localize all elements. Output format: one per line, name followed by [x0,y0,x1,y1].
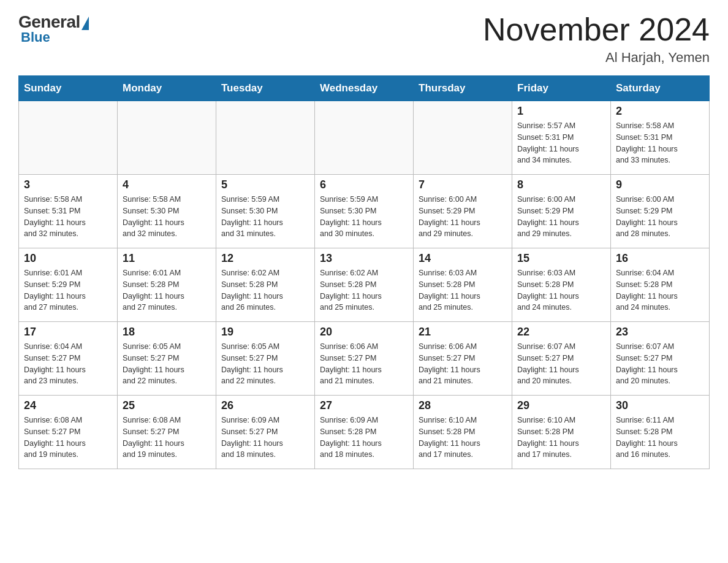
day-info: Sunrise: 5:57 AM Sunset: 5:31 PM Dayligh… [517,120,605,166]
day-info: Sunrise: 6:01 AM Sunset: 5:28 PM Dayligh… [123,267,211,313]
day-info: Sunrise: 6:00 AM Sunset: 5:29 PM Dayligh… [419,194,507,240]
calendar-cell: 25Sunrise: 6:08 AM Sunset: 5:27 PM Dayli… [118,396,216,469]
day-info: Sunrise: 6:02 AM Sunset: 5:28 PM Dayligh… [221,267,309,313]
day-number: 21 [419,326,507,339]
calendar-cell: 30Sunrise: 6:11 AM Sunset: 5:28 PM Dayli… [611,396,710,469]
logo: General Blue [18,12,89,45]
day-info: Sunrise: 5:58 AM Sunset: 5:30 PM Dayligh… [123,194,211,240]
calendar-cell: 12Sunrise: 6:02 AM Sunset: 5:28 PM Dayli… [216,248,315,322]
day-number: 28 [419,399,507,412]
day-number: 13 [320,252,408,265]
week-row-5: 24Sunrise: 6:08 AM Sunset: 5:27 PM Dayli… [19,396,710,469]
day-info: Sunrise: 6:04 AM Sunset: 5:28 PM Dayligh… [616,267,704,313]
weekday-header-sunday: Sunday [19,76,118,101]
calendar-cell: 29Sunrise: 6:10 AM Sunset: 5:28 PM Dayli… [512,396,611,469]
title-section: November 2024 Al Harjah, Yemen [483,12,710,66]
day-info: Sunrise: 5:58 AM Sunset: 5:31 PM Dayligh… [616,120,704,166]
page-header: General Blue November 2024 Al Harjah, Ye… [18,12,710,66]
calendar-cell: 13Sunrise: 6:02 AM Sunset: 5:28 PM Dayli… [315,248,414,322]
day-info: Sunrise: 6:09 AM Sunset: 5:28 PM Dayligh… [320,415,408,461]
calendar-cell: 27Sunrise: 6:09 AM Sunset: 5:28 PM Dayli… [315,396,414,469]
day-info: Sunrise: 6:11 AM Sunset: 5:28 PM Dayligh… [616,415,704,461]
day-number: 10 [24,252,112,265]
calendar-subtitle: Al Harjah, Yemen [483,50,710,66]
calendar-title: November 2024 [483,12,710,47]
week-row-3: 10Sunrise: 6:01 AM Sunset: 5:29 PM Dayli… [19,248,710,322]
day-number: 23 [616,326,704,339]
day-number: 24 [24,399,112,412]
day-info: Sunrise: 5:59 AM Sunset: 5:30 PM Dayligh… [221,194,309,240]
day-info: Sunrise: 6:07 AM Sunset: 5:27 PM Dayligh… [517,341,605,387]
day-info: Sunrise: 6:02 AM Sunset: 5:28 PM Dayligh… [320,267,408,313]
calendar-cell: 3Sunrise: 5:58 AM Sunset: 5:31 PM Daylig… [19,175,118,248]
day-info: Sunrise: 6:01 AM Sunset: 5:29 PM Dayligh… [24,267,112,313]
day-number: 11 [123,252,211,265]
calendar-cell [19,101,118,175]
calendar-cell: 20Sunrise: 6:06 AM Sunset: 5:27 PM Dayli… [315,322,414,396]
day-number: 27 [320,399,408,412]
day-info: Sunrise: 6:00 AM Sunset: 5:29 PM Dayligh… [616,194,704,240]
weekday-header-wednesday: Wednesday [315,76,414,101]
day-number: 3 [24,178,112,191]
calendar-cell: 19Sunrise: 6:05 AM Sunset: 5:27 PM Dayli… [216,322,315,396]
calendar-cell: 1Sunrise: 5:57 AM Sunset: 5:31 PM Daylig… [512,101,611,175]
calendar-cell: 10Sunrise: 6:01 AM Sunset: 5:29 PM Dayli… [19,248,118,322]
weekday-header-thursday: Thursday [414,76,512,101]
day-number: 2 [616,105,704,118]
weekday-header-monday: Monday [118,76,216,101]
logo-blue-text: Blue [21,29,50,45]
calendar-cell: 22Sunrise: 6:07 AM Sunset: 5:27 PM Dayli… [512,322,611,396]
calendar-cell: 21Sunrise: 6:06 AM Sunset: 5:27 PM Dayli… [414,322,512,396]
calendar-cell: 28Sunrise: 6:10 AM Sunset: 5:28 PM Dayli… [414,396,512,469]
calendar-cell: 6Sunrise: 5:59 AM Sunset: 5:30 PM Daylig… [315,175,414,248]
day-number: 18 [123,326,211,339]
day-number: 7 [419,178,507,191]
day-number: 4 [123,178,211,191]
day-number: 12 [221,252,309,265]
day-info: Sunrise: 6:04 AM Sunset: 5:27 PM Dayligh… [24,341,112,387]
day-number: 20 [320,326,408,339]
calendar-cell: 18Sunrise: 6:05 AM Sunset: 5:27 PM Dayli… [118,322,216,396]
day-info: Sunrise: 6:05 AM Sunset: 5:27 PM Dayligh… [123,341,211,387]
weekday-header-tuesday: Tuesday [216,76,315,101]
day-info: Sunrise: 6:06 AM Sunset: 5:27 PM Dayligh… [320,341,408,387]
week-row-4: 17Sunrise: 6:04 AM Sunset: 5:27 PM Dayli… [19,322,710,396]
day-number: 15 [517,252,605,265]
day-info: Sunrise: 6:10 AM Sunset: 5:28 PM Dayligh… [517,415,605,461]
day-number: 29 [517,399,605,412]
day-info: Sunrise: 6:00 AM Sunset: 5:29 PM Dayligh… [517,194,605,240]
calendar-cell [216,101,315,175]
day-number: 30 [616,399,704,412]
day-info: Sunrise: 6:06 AM Sunset: 5:27 PM Dayligh… [419,341,507,387]
day-number: 22 [517,326,605,339]
day-info: Sunrise: 5:58 AM Sunset: 5:31 PM Dayligh… [24,194,112,240]
calendar-table: SundayMondayTuesdayWednesdayThursdayFrid… [18,75,710,469]
calendar-cell: 17Sunrise: 6:04 AM Sunset: 5:27 PM Dayli… [19,322,118,396]
calendar-cell: 9Sunrise: 6:00 AM Sunset: 5:29 PM Daylig… [611,175,710,248]
day-info: Sunrise: 5:59 AM Sunset: 5:30 PM Dayligh… [320,194,408,240]
day-number: 9 [616,178,704,191]
calendar-cell [315,101,414,175]
day-number: 14 [419,252,507,265]
calendar-cell: 15Sunrise: 6:03 AM Sunset: 5:28 PM Dayli… [512,248,611,322]
week-row-2: 3Sunrise: 5:58 AM Sunset: 5:31 PM Daylig… [19,175,710,248]
calendar-cell: 24Sunrise: 6:08 AM Sunset: 5:27 PM Dayli… [19,396,118,469]
day-number: 17 [24,326,112,339]
calendar-cell: 7Sunrise: 6:00 AM Sunset: 5:29 PM Daylig… [414,175,512,248]
day-info: Sunrise: 6:09 AM Sunset: 5:27 PM Dayligh… [221,415,309,461]
day-number: 19 [221,326,309,339]
calendar-cell: 4Sunrise: 5:58 AM Sunset: 5:30 PM Daylig… [118,175,216,248]
day-info: Sunrise: 6:03 AM Sunset: 5:28 PM Dayligh… [419,267,507,313]
calendar-cell: 11Sunrise: 6:01 AM Sunset: 5:28 PM Dayli… [118,248,216,322]
calendar-cell: 2Sunrise: 5:58 AM Sunset: 5:31 PM Daylig… [611,101,710,175]
day-info: Sunrise: 6:10 AM Sunset: 5:28 PM Dayligh… [419,415,507,461]
day-info: Sunrise: 6:07 AM Sunset: 5:27 PM Dayligh… [616,341,704,387]
day-number: 26 [221,399,309,412]
calendar-cell: 16Sunrise: 6:04 AM Sunset: 5:28 PM Dayli… [611,248,710,322]
weekday-header-saturday: Saturday [611,76,710,101]
day-number: 5 [221,178,309,191]
day-info: Sunrise: 6:08 AM Sunset: 5:27 PM Dayligh… [123,415,211,461]
week-row-1: 1Sunrise: 5:57 AM Sunset: 5:31 PM Daylig… [19,101,710,175]
calendar-cell: 8Sunrise: 6:00 AM Sunset: 5:29 PM Daylig… [512,175,611,248]
day-number: 16 [616,252,704,265]
